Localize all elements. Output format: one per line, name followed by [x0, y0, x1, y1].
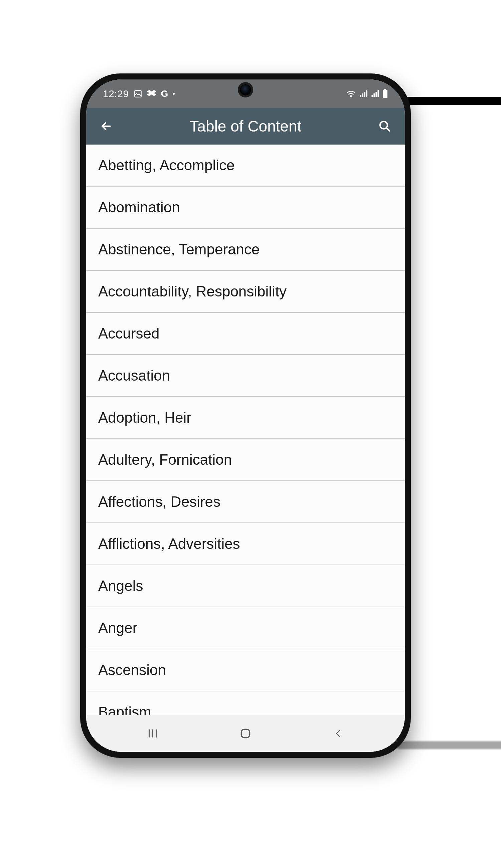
status-bar-right [346, 89, 388, 98]
list-item-label: Abetting, Accomplice [98, 157, 234, 174]
list-item[interactable]: Abomination [86, 187, 405, 229]
status-time: 12:29 [103, 88, 129, 99]
list-item-label: Baptism [98, 704, 151, 715]
front-camera [240, 84, 251, 96]
list-item[interactable]: Afflictions, Adversities [86, 523, 405, 565]
list-item-label: Anger [98, 620, 137, 636]
phone-screen: 12:29 G [86, 79, 405, 752]
signal-icon [359, 90, 367, 98]
list-item[interactable]: Accursed [86, 313, 405, 355]
system-nav-bar [86, 715, 405, 752]
chevron-left-icon [333, 728, 344, 739]
wifi-icon [346, 90, 356, 98]
toc-list[interactable]: Abetting, Accomplice Abomination Abstine… [86, 144, 405, 715]
list-item-label: Affections, Desires [98, 493, 221, 510]
google-icon: G [161, 88, 168, 99]
app-bar-title: Table of Content [123, 117, 368, 135]
list-item[interactable]: Baptism [86, 691, 405, 715]
battery-icon [382, 89, 388, 98]
nav-home-button[interactable] [232, 720, 259, 747]
list-item[interactable]: Anger [86, 607, 405, 649]
search-button[interactable] [375, 116, 395, 136]
status-bar-left: 12:29 G [103, 88, 175, 99]
list-item-label: Adultery, Fornication [98, 451, 232, 468]
list-item[interactable]: Angels [86, 565, 405, 607]
list-item-label: Angels [98, 577, 143, 594]
list-item[interactable]: Abstinence, Temperance [86, 229, 405, 271]
nav-back-button[interactable] [325, 720, 352, 747]
list-item-label: Abstinence, Temperance [98, 241, 259, 258]
canvas: 12:29 G [0, 0, 501, 868]
recents-icon [147, 727, 159, 739]
phone-cable-shadow [397, 741, 501, 749]
back-button[interactable] [96, 116, 116, 136]
list-item[interactable]: Affections, Desires [86, 481, 405, 523]
nav-recents-button[interactable] [139, 720, 166, 747]
list-item-label: Accusation [98, 367, 170, 384]
list-item-label: Accountability, Responsibility [98, 283, 287, 300]
svg-rect-3 [384, 89, 386, 90]
phone-cable [397, 97, 501, 105]
list-item-label: Accursed [98, 325, 159, 342]
phone-frame: 12:29 G [80, 74, 411, 758]
svg-rect-8 [241, 729, 249, 737]
image-icon [134, 89, 142, 98]
list-item[interactable]: Abetting, Accomplice [86, 144, 405, 187]
list-item-label: Adoption, Heir [98, 409, 191, 426]
list-item-label: Afflictions, Adversities [98, 535, 240, 552]
home-icon [239, 727, 252, 740]
list-item[interactable]: Adoption, Heir [86, 397, 405, 439]
svg-point-1 [350, 96, 352, 97]
list-item[interactable]: Ascension [86, 649, 405, 691]
more-dot-icon [173, 93, 175, 95]
dropbox-icon [147, 89, 156, 98]
arrow-left-icon [99, 120, 113, 133]
list-item[interactable]: Adultery, Fornication [86, 439, 405, 481]
list-item-label: Abomination [98, 199, 180, 216]
app-bar: Table of Content [86, 108, 405, 144]
list-item[interactable]: Accusation [86, 355, 405, 397]
list-item-label: Ascension [98, 662, 166, 679]
search-icon [379, 120, 391, 132]
signal-icon [371, 90, 379, 98]
list-item[interactable]: Accountability, Responsibility [86, 271, 405, 313]
svg-rect-2 [383, 90, 387, 98]
